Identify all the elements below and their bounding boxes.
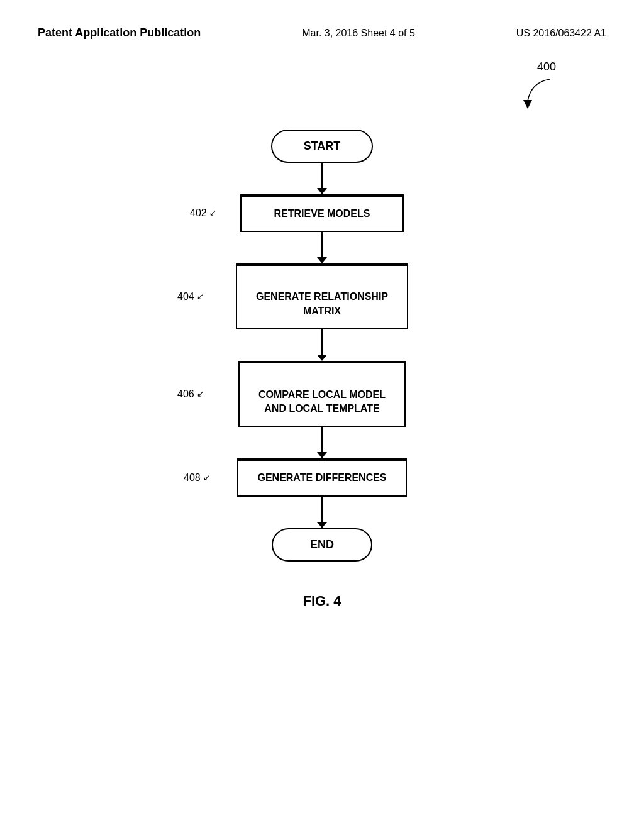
node-label-402: 402 ↙: [190, 208, 216, 219]
connector-arrow-2: [317, 257, 327, 263]
page-header: Patent Application Publication Mar. 3, 2…: [0, 0, 644, 54]
connector-line-1: [321, 163, 323, 188]
node-wrapper-402: 402 ↙ RETRIEVE MODELS: [165, 194, 479, 232]
label-400-area: 400: [518, 60, 556, 111]
node-wrapper-start: START: [165, 130, 479, 163]
node-center-start: START: [271, 130, 374, 163]
node-end: END: [272, 528, 372, 562]
node-retrieve-models: RETRIEVE MODELS: [240, 194, 404, 232]
connector-line-3: [321, 329, 323, 355]
label-400: 400: [537, 60, 556, 74]
figure-caption: FIG. 4: [303, 593, 341, 609]
header-right-text: US 2016/063422 A1: [516, 25, 606, 42]
connector-arrow-1: [317, 188, 327, 194]
header-left-text: Patent Application Publication: [38, 25, 201, 41]
node-label-404: 404 ↙: [177, 291, 204, 302]
connector-line-5: [321, 497, 323, 522]
node-wrapper-404: 404 ↙ GENERATE RELATIONSHIP MATRIX: [165, 263, 479, 329]
node-start: START: [271, 130, 374, 163]
node-generate-differences: GENERATE DIFFERENCES: [237, 458, 406, 496]
connector-4: [317, 427, 327, 458]
header-center-text: Mar. 3, 2016 Sheet 4 of 5: [302, 25, 415, 42]
curved-arrow-400: [518, 76, 556, 111]
flowchart: START 402 ↙ RETRIEVE MODELS: [165, 130, 479, 562]
node-generate-relationship-matrix: GENERATE RELATIONSHIP MATRIX: [236, 263, 408, 329]
node-wrapper-406: 406 ↙ COMPARE LOCAL MODEL AND LOCAL TEMP…: [165, 361, 479, 427]
connector-line-2: [321, 232, 323, 257]
diagram-area: 400 START 402 ↙: [0, 54, 644, 609]
node-compare-local: COMPARE LOCAL MODEL AND LOCAL TEMPLATE: [238, 361, 406, 427]
connector-arrow-4: [317, 452, 327, 458]
connector-arrow-5: [317, 522, 327, 528]
node-center-408: GENERATE DIFFERENCES: [237, 458, 406, 496]
node-center-end: END: [272, 528, 372, 562]
connector-3: [317, 329, 327, 361]
svg-marker-0: [523, 100, 532, 109]
connector-2: [317, 232, 327, 263]
connector-1: [317, 163, 327, 194]
node-center-406: COMPARE LOCAL MODEL AND LOCAL TEMPLATE: [238, 361, 406, 427]
node-center-402: RETRIEVE MODELS: [240, 194, 404, 232]
connector-arrow-3: [317, 355, 327, 361]
node-wrapper-end: END: [165, 528, 479, 562]
node-label-406: 406 ↙: [177, 389, 204, 400]
node-label-408: 408 ↙: [184, 472, 210, 484]
node-wrapper-408: 408 ↙ GENERATE DIFFERENCES: [165, 458, 479, 496]
connector-line-4: [321, 427, 323, 452]
node-center-404: GENERATE RELATIONSHIP MATRIX: [236, 263, 408, 329]
connector-5: [317, 497, 327, 528]
